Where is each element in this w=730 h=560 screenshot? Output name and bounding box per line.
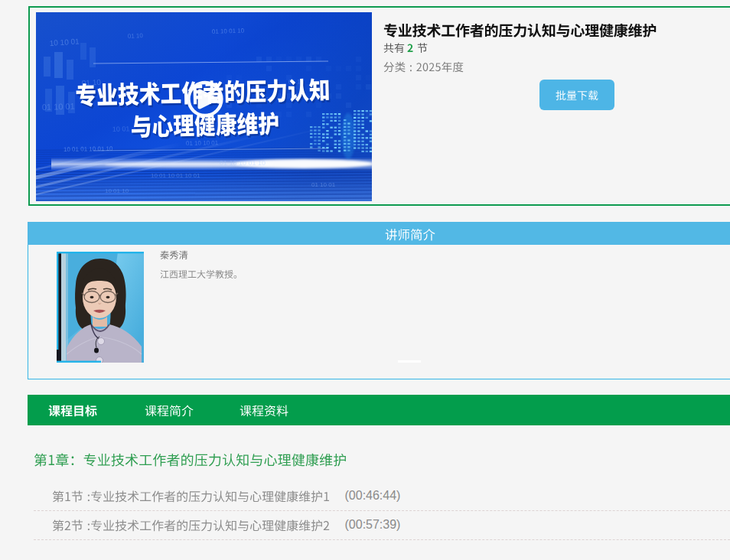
svg-text:01 10 01: 01 10 01 [311, 181, 336, 188]
svg-text:01 10 01 10: 01 10 01 10 [212, 28, 245, 35]
svg-text:10 01 01 10 01 10: 10 01 01 10 01 10 [64, 145, 113, 153]
svg-text:10 01 10: 10 01 10 [105, 187, 129, 194]
svg-text:01 10 10 01: 01 10 10 01 [186, 139, 219, 147]
svg-text:01 10: 01 10 [128, 32, 144, 40]
svg-text:01 10 01: 01 10 01 [42, 102, 75, 112]
svg-text:10 01 10 01 10 01: 10 01 10 01 10 01 [151, 172, 200, 179]
svg-text:01 10 10 01 10: 01 10 10 01 10 [220, 159, 266, 167]
svg-text:10 01: 10 01 [112, 125, 130, 133]
